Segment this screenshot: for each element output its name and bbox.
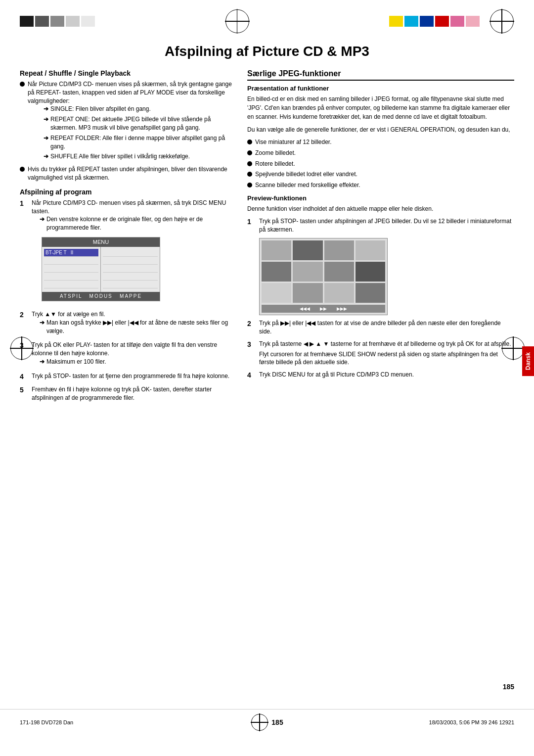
color-block-lightgray: [66, 16, 80, 27]
program-step-5: 5 Fremhæv én fil i højre kolonne og tryk…: [20, 385, 232, 402]
praesentation-heading: Præsentation af funktioner: [247, 85, 514, 92]
color-block-red: [435, 16, 449, 27]
preview-text: Denne funktion viser indholdet af den ak…: [247, 204, 514, 213]
color-block-pink: [450, 16, 464, 27]
color-blocks-left: [20, 16, 95, 27]
bullet-text-1: Når Picture CD/MP3 CD- menuen vises på s…: [28, 80, 232, 163]
repeat-bullet-list: Når Picture CD/MP3 CD- menuen vises på s…: [20, 80, 232, 182]
menu-screenshot: MENU BT-JPE T II: [42, 237, 160, 301]
repeat-heading: Repeat / Shuffle / Single Playback: [20, 69, 232, 77]
footer-page-num: 185: [271, 718, 283, 726]
saerlige-heading: Særlige JPEG-funktioner: [247, 69, 514, 81]
prev-ctrl: ◀◀◀: [300, 306, 310, 312]
menu-row-selected: BT-JPE T II: [44, 249, 98, 257]
registration-mark-left: [225, 9, 250, 34]
color-block-lightpink: [466, 16, 480, 27]
menu-row-3: [44, 273, 98, 281]
program-step-3: 3 Tryk på OK eller PLAY- tasten for at t…: [20, 341, 232, 368]
footer: 171-198 DVD728 Dan 185 18/03/2003, 5:06 …: [0, 709, 534, 731]
dansk-tab: Dansk: [522, 346, 534, 376]
preview-heading: Preview-funktionen: [247, 194, 514, 202]
feature-text-2: Zoome billedet.: [255, 149, 296, 157]
feature-text-1: Vise miniaturer af 12 billeder.: [255, 138, 332, 146]
step3-extra: Flyt cursoren for at fremhæve SLIDE SHOW…: [259, 350, 514, 367]
arrow-repeat-one: ➔ REPEAT ONE: Det aktuelle JPEG billede …: [36, 115, 232, 132]
thumb-6: [293, 262, 322, 282]
menu-right-row-5: [103, 281, 158, 288]
program-step-2: 2 Tryk ▲▼ for at vælge en fil. ➔ Man kan…: [20, 310, 232, 337]
thumb-1: [262, 240, 291, 260]
program-section: Afspilning af program 1 Når Picture CD/M…: [20, 188, 232, 402]
color-block-white: [81, 16, 95, 27]
right-column: Særlige JPEG-funktioner Præsentation af …: [247, 69, 514, 408]
thumb-7: [324, 262, 354, 282]
preview-step-4: 4 Tryk DISC MENU for at gå til Picture C…: [247, 371, 514, 380]
play-ctrl: ▶▶: [320, 306, 327, 312]
program-step-1: 1 Når Picture CD/MP3 CD- menuen vises på…: [20, 199, 232, 306]
preview-thumbnail-grid: ◀◀◀ ▶▶ ▶▶▶: [259, 238, 388, 316]
footer-reg-mark: [251, 713, 268, 731]
feature-bullet-5: Scanne billeder med forskellige effekter…: [247, 181, 514, 189]
thumb-12: [356, 283, 385, 303]
bullet-item-1: Når Picture CD/MP3 CD- menuen vises på s…: [20, 80, 232, 163]
feature-dot-3: [247, 161, 252, 166]
feature-bullets: Vise miniaturer af 12 billeder. Zoome bi…: [247, 138, 514, 189]
step3-arrow: ➔ Maksimum er 100 filer.: [32, 358, 232, 366]
color-block-darkgray: [35, 16, 49, 27]
footer-date: 18/03/2003, 5:06 PM: [429, 719, 480, 725]
feature-bullet-3: Rotere billedet.: [247, 160, 514, 168]
praesentation-text-2: Du kan vælge alle de generelle funktione…: [247, 125, 514, 134]
menu-row-2: [44, 265, 98, 273]
content-reg-mark-left: [10, 336, 34, 360]
menu-right-row-2: [103, 257, 158, 265]
repeat-section: Repeat / Shuffle / Single Playback Når P…: [20, 69, 232, 182]
thumb-11: [324, 283, 354, 303]
feature-text-4: Spejlvende billedet lodret eller vandret…: [255, 170, 357, 179]
menu-right-col: [101, 247, 160, 292]
thumb-2: [293, 240, 322, 260]
menu-row-4: [44, 281, 98, 288]
bullet-text-2: Hvis du trykker på REPEAT tasten under a…: [28, 165, 232, 182]
thumb-9: [262, 283, 291, 303]
color-block-cyan: [404, 16, 418, 27]
footer-doc-ref: 171-198 DVD728 Dan: [20, 719, 73, 725]
page-title: Afspilning af Picture CD & MP3: [20, 44, 514, 59]
step2-arrow: ➔ Man kan også trykke ▶▶| eller |◀◀ for …: [32, 319, 232, 335]
menu-title: MENU: [42, 237, 160, 247]
feature-bullet-1: Vise miniaturer af 12 billeder.: [247, 138, 514, 146]
program-numbered-list: 1 Når Picture CD/MP3 CD- menuen vises på…: [20, 199, 232, 402]
menu-right-row-3: [103, 265, 158, 273]
preview-numbered-list: 1 Tryk på STOP- tasten under afspilninge…: [247, 217, 514, 380]
color-block-black: [20, 16, 34, 27]
menu-right-row-4: [103, 273, 158, 281]
page-title-area: Afspilning af Picture CD & MP3: [0, 39, 534, 69]
feature-dot-1: [247, 140, 252, 144]
feature-dot-2: [247, 150, 252, 155]
preview-step-2: 2 Tryk på ▶▶| eller |◀◀ tasten for at vi…: [247, 319, 514, 336]
arrow-shuffle: ➔ SHUFFLE Alle filer bliver spillet i vi…: [36, 152, 232, 161]
menu-row-1: [44, 257, 98, 265]
thumb-4: [356, 240, 385, 260]
preview-controls-bar: ◀◀◀ ▶▶ ▶▶▶: [262, 305, 385, 313]
feature-bullet-4: Spejlvende billedet lodret eller vandret…: [247, 170, 514, 179]
color-blocks-right: [389, 16, 480, 27]
step1-arrow: ➔ Den venstre kolonne er de originale fi…: [32, 215, 232, 232]
bullet-dot: [20, 82, 25, 87]
next-ctrl: ▶▶▶: [337, 306, 347, 312]
top-bar: [0, 0, 534, 39]
praesentation-text-1: En billed-cd er en disk med en samling b…: [247, 94, 514, 121]
bullet-dot-2: [20, 167, 25, 172]
color-block-blue: [420, 16, 434, 27]
content-area: Repeat / Shuffle / Single Playback Når P…: [0, 69, 534, 408]
footer-extra: 39 246 12921: [481, 719, 514, 725]
feature-text-5: Scanne billeder med forskellige effekter…: [255, 181, 360, 189]
program-heading: Afspilning af program: [20, 188, 232, 196]
registration-mark-right: [490, 9, 514, 34]
arrow-repeat-folder: ➔ REPEAT FOLDER: Alle filer i denne mapp…: [36, 134, 232, 151]
menu-bottom-bar: ATSPIL MODUS MAPPE: [42, 292, 160, 301]
feature-text-3: Rotere billedet.: [255, 160, 295, 168]
color-block-gray: [50, 16, 64, 27]
arrow-single: ➔ SINGLE: Filen bliver afspillet én gang…: [36, 105, 232, 113]
footer-center-area: 185: [251, 713, 283, 731]
thumbnail-grid: [262, 240, 385, 303]
